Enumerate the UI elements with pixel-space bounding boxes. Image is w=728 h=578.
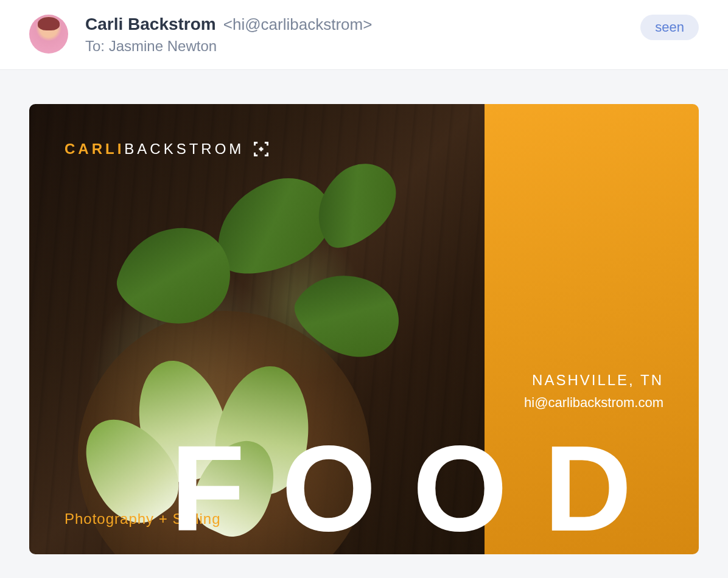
recipient-line: To: Jasmine Newton [85, 38, 372, 55]
sender-line: Carli Backstrom <hi@carlibackstrom> [85, 15, 372, 34]
brand-name: CARLIBACKSTROM [65, 141, 244, 158]
email-body: CARLIBACKSTROM NASHVILLE, TN hi@carlibac… [0, 70, 728, 554]
focus-frame-icon [253, 141, 270, 158]
sender-email: <hi@carlibackstrom> [223, 15, 373, 34]
brand-first: CARLI [65, 141, 124, 157]
hero-word: FOOD [170, 428, 668, 549]
contact-email-text: hi@carlibackstrom.com [524, 395, 663, 411]
brand-logo: CARLIBACKSTROM [65, 141, 270, 158]
header-left: Carli Backstrom <hi@carlibackstrom> To: … [29, 15, 372, 55]
status-badge: seen [640, 15, 699, 40]
sender-avatar[interactable] [29, 15, 68, 54]
presentation-card[interactable]: CARLIBACKSTROM NASHVILLE, TN hi@carlibac… [29, 104, 699, 554]
sender-name: Carli Backstrom [85, 15, 216, 34]
email-header: Carli Backstrom <hi@carlibackstrom> To: … [0, 0, 728, 70]
location-text: NASHVILLE, TN [524, 372, 663, 389]
brand-last: BACKSTROM [124, 141, 244, 157]
sender-info: Carli Backstrom <hi@carlibackstrom> To: … [85, 15, 372, 55]
contact-info: NASHVILLE, TN hi@carlibackstrom.com [524, 372, 663, 411]
